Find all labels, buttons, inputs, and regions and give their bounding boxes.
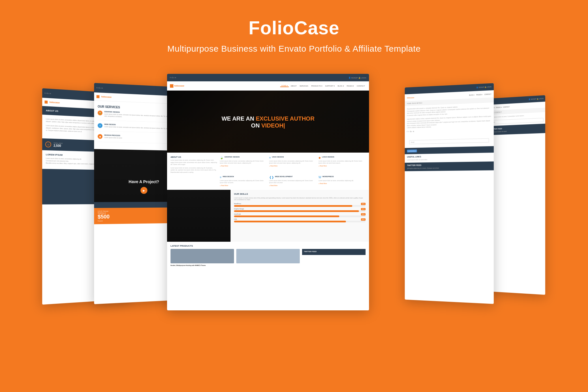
mock-right-email[interactable]: Email	[409, 138, 489, 144]
far-right-pages[interactable]: PAGES ▾	[496, 106, 502, 108]
mock-service-icon-3: ◆	[98, 134, 103, 139]
mock-about-us-text: Lorem ipsum dolor sit amet, consectetur …	[171, 159, 218, 166]
mock-about-col: ABOUT US Lorem ipsum dolor sit amet, con…	[171, 156, 218, 173]
nav-home[interactable]: HOME ▾	[280, 85, 289, 87]
mock-right-text1: Reprehenderit adio possint a, voluptate …	[407, 105, 491, 117]
social-in[interactable]: in	[413, 130, 414, 132]
svc-name-4: WEB DESIGN	[223, 176, 234, 177]
nav-pages[interactable]: PAGES ▾	[346, 85, 355, 87]
svc-readmore-2[interactable]: » Read More	[269, 165, 316, 167]
svc-readmore-5[interactable]: » Read More	[269, 185, 316, 186]
skill-graphic-fill	[234, 210, 359, 212]
svc-readmore-3[interactable]: » Read More	[319, 165, 366, 167]
svc-name-6: WORDPRESS	[322, 176, 334, 177]
skill-css: CSS 85%	[234, 218, 366, 222]
social-g[interactable]: G+	[410, 130, 412, 132]
skill-js-bar	[234, 215, 366, 217]
mock-right-text2: reprehenderit adipisci soluta, sapiente …	[407, 115, 491, 129]
mock-play-btn[interactable]: ▶	[141, 187, 147, 194]
mock-services-row2: ≡ WEB DESIGN Lorem ipsum dolor sit amet,…	[171, 176, 366, 186]
mock-main-logo: foliocase	[170, 84, 184, 88]
svc-desc-6: Lorem ipsum dolor sit amet, consectetur …	[319, 180, 366, 182]
nav-contact[interactable]: CONTACT	[355, 85, 366, 87]
svc-readmore-4[interactable]: » Read More	[220, 185, 267, 186]
svc-desc-5: Lorem ipsum dolor sit amet, consectetur …	[269, 180, 316, 184]
svc-name-3: LOGO DESIGN	[322, 156, 334, 158]
mock-far-right-email[interactable]: Email	[490, 118, 543, 124]
mock-svc-hdr-1: 🍃 GRAPHIC DESIGN	[220, 156, 267, 159]
mock-svc-graphic: 🍃 GRAPHIC DESIGN Lorem ipsum dolor sit a…	[220, 156, 267, 173]
mock-logo-far-left: foliocase	[45, 100, 60, 104]
mock-svc-webdesign: ≡ WEB DESIGN Lorem ipsum dolor sit amet,…	[220, 176, 267, 186]
svc-name-2: UI/UX DESIGN	[272, 156, 284, 158]
header: FolioCase Multipurpose Business with Env…	[162, 0, 426, 65]
nav-products[interactable]: PRODUCTS ▾	[310, 85, 323, 87]
skill-css-label: CSS	[234, 218, 237, 220]
skill-js: JavaScript 80%	[234, 213, 366, 217]
skill-graphic: Graphic Design 95%	[234, 208, 366, 212]
mock-logo-left: foliocase	[96, 95, 111, 98]
mock-products-title: LATEST PRODUCTS	[171, 245, 366, 247]
svc-readmore-6[interactable]: » Read More	[319, 183, 366, 184]
hero-text: WE ARE AN EXCLUSIVE AUTHOR ON videoh|	[222, 115, 314, 129]
social-f[interactable]: f	[407, 131, 407, 132]
mock-right-contact[interactable]: CONTACT	[484, 93, 492, 95]
mock-twitter-section: TWITTER FEED @Ringilla adipiscing id in …	[405, 162, 494, 171]
mock-useful-links: USEFUL LINKS Lorem ipsum dolor sit amet …	[405, 153, 494, 163]
mock-product-title-1: Hoskie | Multipurpose Hosting with WHMCS…	[171, 265, 234, 266]
nav-services[interactable]: SERVICES	[298, 85, 309, 87]
skill-css-bar	[234, 221, 366, 222]
mock-right-logo: foliocase	[407, 97, 414, 99]
mock-useful-title: USEFUL LINKS	[407, 154, 491, 158]
svc-desc-3: Lorem ipsum dolor sit amet, consectetur …	[319, 160, 366, 164]
mock-svc-spacer	[171, 176, 218, 186]
skill-css-label-row: CSS 85%	[234, 218, 366, 221]
mock-center-services: ABOUT US Lorem ipsum dolor sit amet, con…	[167, 153, 369, 190]
skill-wordpress-bar	[234, 205, 366, 207]
mock-svc-uiux: ≡ UI/UX DESIGN Lorem ipsum dolor sit ame…	[269, 156, 316, 173]
skill-wordpress-label-row: WordPress 90%	[234, 203, 366, 205]
site-subtitle: Multipurpose Business with Envato Portfo…	[167, 44, 421, 54]
mock-twitter-box: TWITTER FEED	[302, 249, 366, 255]
mock-product-2	[236, 249, 300, 266]
mock-right-pages[interactable]: PAGES ▾	[476, 93, 483, 95]
mock-about-us-text2: Lorem ipsum dolor sit amet, consectetur …	[171, 167, 218, 174]
mock-auth-bar: f t G+ in 👤 SIGNUP 🔒 LOGIN	[167, 74, 369, 81]
mock-twitter-title: TWITTER FEED	[407, 163, 491, 166]
mock-product-img-1	[171, 249, 234, 263]
mock-service-icon-1: 🍃	[98, 110, 103, 115]
hero-line2: ON videoh|	[222, 122, 314, 129]
mock-right-blog[interactable]: BLOG ▾	[469, 94, 475, 96]
social-t[interactable]: t	[409, 131, 409, 132]
mock-right-content: Reprehenderit adio possint a, voluptate …	[405, 102, 494, 137]
mock-twitter-title: TWITTER FEED	[304, 251, 364, 252]
svc-desc-4: Lorem ipsum dolor sit amet, consectetur …	[220, 180, 267, 184]
skill-wordpress-pct: 90%	[361, 203, 366, 205]
nav-about[interactable]: ABOUT	[289, 85, 298, 87]
skill-graphic-bar	[234, 210, 366, 212]
nav-support[interactable]: SUPPORT ▾	[324, 85, 336, 87]
far-right-contact[interactable]: CONTACT	[503, 106, 510, 108]
mockup-container: f t G+ in foliocase ABOUT US Lorem ipsum…	[34, 68, 554, 342]
mock-svc-logo: ◆ LOGO DESIGN Lorem ipsum dolor sit amet…	[319, 156, 366, 173]
skill-wordpress: WordPress 90%	[234, 203, 366, 207]
mock-service-detail-3: DESIGN PROCESS Lorem ipsum dolor sit ame…	[104, 134, 122, 139]
svc-readmore-1[interactable]: » Read More	[220, 165, 267, 167]
mock-far-right-text: Lorem ipsum dolor sit amet. Consectetur …	[490, 114, 543, 118]
skill-css-fill	[234, 221, 346, 222]
skill-graphic-label: Graphic Design	[234, 208, 244, 210]
mock-svc-webdev: ❰❱ WEB DEVELOPMENT Lorem ipsum dolor sit…	[269, 176, 316, 186]
nav-blog[interactable]: BLOG ▾	[336, 85, 345, 87]
mock-svc-wp: W WORDPRESS Lorem ipsum dolor sit amet, …	[319, 176, 366, 186]
skill-js-label-row: JavaScript 80%	[234, 213, 366, 215]
skill-css-pct: 85%	[361, 218, 366, 221]
mockup-center: f t G+ in 👤 SIGNUP 🔒 LOGIN foliocase HOM…	[167, 74, 369, 310]
mock-svc-hdr-3: ◆ LOGO DESIGN	[319, 156, 366, 159]
skill-wordpress-fill	[234, 205, 352, 207]
skill-graphic-label-row: Graphic Design 95%	[234, 208, 366, 210]
mock-center-hero: WE ARE AN EXCLUSIVE AUTHOR ON videoh|	[167, 91, 369, 153]
skill-js-fill	[234, 215, 339, 217]
mock-stat-icon: ◎	[45, 141, 51, 147]
mock-products-grid: Hoskie | Multipurpose Hosting with WHMCS…	[171, 249, 366, 266]
mockup-right: 👤 SIGNUP 🔒 LOGIN foliocase BLOG ▾ PAGES …	[405, 83, 494, 304]
